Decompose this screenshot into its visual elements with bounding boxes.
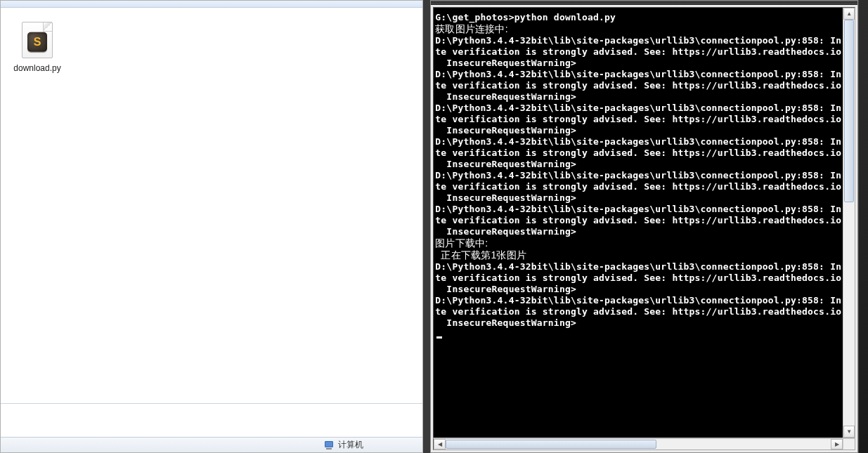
file-icon: S: [22, 22, 53, 58]
scroll-corner: [843, 439, 855, 449]
explorer-window: S download.py 计算机: [0, 0, 423, 453]
right-dark-strip: [858, 0, 868, 453]
computer-icon: [324, 441, 334, 449]
vscroll-thumb[interactable]: [844, 20, 854, 202]
status-label: 计算机: [338, 439, 363, 451]
scroll-down-arrow-icon[interactable]: ▼: [843, 426, 855, 438]
terminal-vertical-scrollbar[interactable]: ▲ ▼: [843, 8, 855, 438]
terminal-inner: G:\get_photos>python download.py 获取图片连接中…: [431, 5, 857, 452]
explorer-file-area[interactable]: S download.py: [1, 8, 422, 403]
explorer-status-bar: 计算机: [1, 437, 422, 452]
terminal-viewport: G:\get_photos>python download.py 获取图片连接中…: [433, 7, 855, 438]
explorer-lower-panel: [1, 403, 422, 437]
scroll-right-arrow-icon[interactable]: ▶: [831, 439, 843, 449]
explorer-header-strip: [1, 1, 422, 8]
terminal-content[interactable]: G:\get_photos>python download.py 获取图片连接中…: [434, 8, 843, 438]
hscroll-thumb[interactable]: [446, 440, 656, 449]
desktop-gap: [423, 0, 430, 453]
terminal-horizontal-scrollbar[interactable]: ◀ ▶: [433, 438, 855, 450]
terminal-window: G:\get_photos>python download.py 获取图片连接中…: [430, 0, 858, 453]
sublime-badge-icon: S: [27, 32, 47, 52]
file-label: download.py: [13, 63, 60, 74]
scroll-left-arrow-icon[interactable]: ◀: [434, 439, 446, 449]
file-item-download-py[interactable]: S download.py: [6, 18, 68, 95]
scroll-up-arrow-icon[interactable]: ▲: [843, 8, 855, 20]
vscroll-track[interactable]: [843, 20, 855, 426]
hscroll-track[interactable]: [446, 439, 831, 449]
